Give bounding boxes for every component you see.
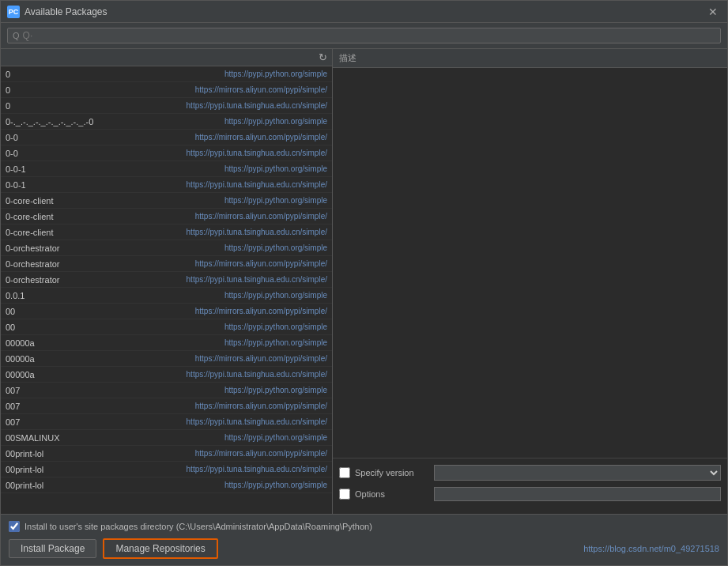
table-row[interactable]: 00SMALINUX https://pypi.python.org/simpl… [1, 430, 332, 446]
app-icon: PC [7, 6, 20, 18]
options-checkbox[interactable] [339, 489, 350, 500]
package-name: 00000a [6, 338, 169, 348]
package-repo: https://pypi.python.org/simple [169, 323, 327, 331]
package-name: 0-0 [6, 149, 169, 158]
table-row[interactable]: 00print-lol https://pypi.python.org/simp… [1, 477, 332, 493]
refresh-button[interactable]: ↻ [313, 49, 332, 66]
package-repo: https://pypi.python.org/simple [169, 70, 327, 78]
package-repo: https://pypi.tuna.tsinghua.edu.cn/simple… [169, 149, 327, 157]
table-row[interactable]: 007 https://pypi.python.org/simple [1, 383, 332, 398]
specify-version-checkbox[interactable] [339, 467, 350, 478]
package-list-header: ↻ [1, 49, 332, 66]
table-row[interactable]: 007 https://pypi.tuna.tsinghua.edu.cn/si… [1, 414, 332, 430]
table-row[interactable]: 00 https://pypi.python.org/simple [1, 319, 332, 335]
table-row[interactable]: 00000a https://pypi.tuna.tsinghua.edu.cn… [1, 367, 332, 383]
package-repo: https://pypi.tuna.tsinghua.edu.cn/simple… [169, 275, 327, 284]
package-name: 0-orchestrator [6, 243, 169, 253]
package-name: 00000a [6, 370, 169, 379]
package-repo: https://pypi.python.org/simple [169, 338, 327, 347]
options-area: Specify version Options [333, 458, 727, 514]
package-name: 007 [6, 402, 169, 411]
search-input[interactable] [23, 30, 715, 41]
package-repo: https://pypi.python.org/simple [169, 386, 327, 394]
package-repo: https://pypi.tuna.tsinghua.edu.cn/simple… [169, 180, 327, 189]
package-name: 0-0-1 [6, 164, 169, 174]
package-name: 0-._.-._.-._.-._.-._.-._.-0 [6, 117, 169, 126]
package-repo: https://pypi.python.org/simple [169, 291, 327, 300]
package-repo: https://mirrors.aliyun.com/pypi/simple/ [169, 85, 327, 94]
package-name: 00print-lol [6, 449, 169, 458]
package-name: 00 [6, 307, 169, 316]
specify-version-label: Specify version [355, 468, 434, 477]
package-name: 00print-lol [6, 465, 169, 474]
available-packages-window: PC Available Packages ✕ Q ↻ 0 https://py… [0, 0, 728, 566]
footer-url: https://blog.csdn.net/m0_49271518 [583, 544, 719, 553]
window-title: Available Packages [25, 6, 705, 17]
table-row[interactable]: 0-orchestrator https://mirrors.aliyun.co… [1, 256, 332, 272]
table-row[interactable]: 0 https://pypi.python.org/simple [1, 66, 332, 82]
specify-version-select[interactable] [434, 465, 721, 481]
table-row[interactable]: 0-core-client https://pypi.tuna.tsinghua… [1, 225, 332, 240]
package-name: 007 [6, 417, 169, 427]
package-name: 00000a [6, 354, 169, 364]
left-panel: ↻ 0 https://pypi.python.org/simple 0 htt… [1, 49, 333, 514]
package-list[interactable]: 0 https://pypi.python.org/simple 0 https… [1, 66, 332, 514]
package-repo: https://pypi.python.org/simple [169, 164, 327, 173]
package-repo: https://pypi.python.org/simple [169, 196, 327, 205]
table-row[interactable]: 0-core-client https://mirrors.aliyun.com… [1, 209, 332, 225]
install-path-row: Install to user's site packages director… [9, 521, 719, 532]
description-label: 描述 [333, 49, 727, 68]
search-input-wrap: Q [7, 28, 721, 43]
options-label: Options [355, 489, 434, 499]
package-repo: https://mirrors.aliyun.com/pypi/simple/ [169, 354, 327, 363]
package-name: 0-orchestrator [6, 275, 169, 285]
install-package-button[interactable]: Install Package [9, 539, 96, 558]
table-row[interactable]: 00print-lol https://mirrors.aliyun.com/p… [1, 446, 332, 462]
package-repo: https://mirrors.aliyun.com/pypi/simple/ [169, 259, 327, 268]
table-row[interactable]: 00print-lol https://pypi.tuna.tsinghua.e… [1, 462, 332, 477]
table-row[interactable]: 0-0 https://pypi.tuna.tsinghua.edu.cn/si… [1, 145, 332, 161]
table-row[interactable]: 0-0-1 https://pypi.tuna.tsinghua.edu.cn/… [1, 177, 332, 193]
manage-repositories-button[interactable]: Manage Repositories [103, 538, 217, 559]
install-user-site-checkbox[interactable] [9, 521, 20, 532]
close-button[interactable]: ✕ [705, 4, 721, 20]
package-repo: https://mirrors.aliyun.com/pypi/simple/ [169, 307, 327, 315]
package-repo: https://pypi.tuna.tsinghua.edu.cn/simple… [169, 417, 327, 426]
package-name: 0 [6, 70, 169, 79]
package-repo: https://pypi.tuna.tsinghua.edu.cn/simple… [169, 465, 327, 474]
package-name: 0-0 [6, 133, 169, 142]
table-row[interactable]: 007 https://mirrors.aliyun.com/pypi/simp… [1, 398, 332, 414]
package-repo: https://pypi.python.org/simple [169, 433, 327, 442]
package-name: 0-core-client [6, 196, 169, 206]
package-repo: https://pypi.python.org/simple [169, 481, 327, 489]
package-repo: https://mirrors.aliyun.com/pypi/simple/ [169, 402, 327, 410]
package-name: 00print-lol [6, 481, 169, 490]
table-row[interactable]: 0-0 https://mirrors.aliyun.com/pypi/simp… [1, 130, 332, 145]
table-row[interactable]: 0-orchestrator https://pypi.tuna.tsinghu… [1, 272, 332, 288]
table-row[interactable]: 00000a https://pypi.python.org/simple [1, 335, 332, 351]
table-row[interactable]: 0-orchestrator https://pypi.python.org/s… [1, 240, 332, 256]
table-row[interactable]: 0 https://mirrors.aliyun.com/pypi/simple… [1, 82, 332, 98]
right-panel: 描述 Specify version Options [333, 49, 727, 514]
main-area: ↻ 0 https://pypi.python.org/simple 0 htt… [1, 49, 727, 514]
table-row[interactable]: 00000a https://mirrors.aliyun.com/pypi/s… [1, 351, 332, 367]
package-repo: https://pypi.tuna.tsinghua.edu.cn/simple… [169, 370, 327, 379]
table-row[interactable]: 0-0-1 https://pypi.python.org/simple [1, 161, 332, 177]
package-name: 0-core-client [6, 228, 169, 237]
table-row[interactable]: 0 https://pypi.tuna.tsinghua.edu.cn/simp… [1, 98, 332, 114]
package-name: 0-0-1 [6, 180, 169, 190]
table-row[interactable]: 0-._.-._.-._.-._.-._.-._.-0 https://pypi… [1, 114, 332, 130]
table-row[interactable]: 00 https://mirrors.aliyun.com/pypi/simpl… [1, 304, 332, 319]
package-repo: https://pypi.tuna.tsinghua.edu.cn/simple… [169, 101, 327, 110]
package-name: 00 [6, 323, 169, 332]
table-row[interactable]: 0-core-client https://pypi.python.org/si… [1, 193, 332, 209]
install-path-text: Install to user's site packages director… [25, 522, 372, 531]
title-bar: PC Available Packages ✕ [1, 1, 727, 23]
package-repo: https://mirrors.aliyun.com/pypi/simple/ [169, 449, 327, 458]
table-row[interactable]: 0.0.1 https://pypi.python.org/simple [1, 288, 332, 304]
package-repo: https://mirrors.aliyun.com/pypi/simple/ [169, 133, 327, 142]
search-bar: Q [1, 23, 727, 49]
options-input[interactable] [434, 487, 721, 501]
package-repo: https://pypi.python.org/simple [169, 117, 327, 126]
package-name: 0 [6, 101, 169, 111]
